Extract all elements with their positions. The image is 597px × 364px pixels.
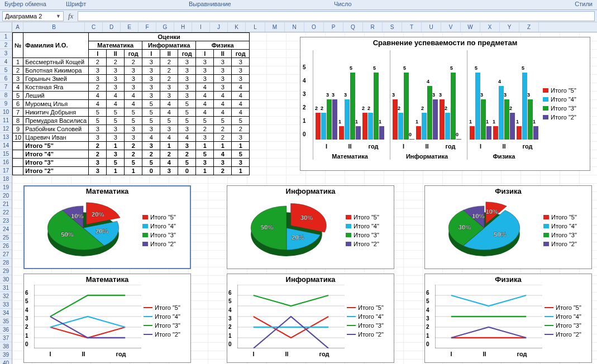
ribbon-group-number[interactable]: Число xyxy=(329,0,475,9)
col-header-P[interactable]: P xyxy=(324,22,343,32)
row-header-22[interactable]: 22 xyxy=(0,208,12,217)
table-row[interactable]: 8Премудрая Василиса555555555 xyxy=(13,117,250,125)
chart-line-inf[interactable]: Информатика0123456IIIгодИтого "5"Итого "… xyxy=(227,274,394,363)
row-header-12[interactable]: 12 xyxy=(0,124,12,133)
worksheet[interactable]: 1234567891011121314151617181920212223242… xyxy=(0,22,597,364)
col-header-D[interactable]: D xyxy=(103,22,121,32)
chart-pie-phys[interactable]: Физика10%50%30%10%Итого "5"Итого "4"Итог… xyxy=(424,185,592,269)
col-header-L[interactable]: L xyxy=(246,22,265,32)
chart-pie-inf[interactable]: Информатика30%20%50%Итого "5"Итого "4"Ит… xyxy=(227,185,394,269)
table-row[interactable]: 5Леший444333444 xyxy=(13,92,250,100)
row-header-4[interactable]: 4 xyxy=(0,58,12,66)
row-header-10[interactable]: 10 xyxy=(0,108,12,116)
table-total-row[interactable]: Итого "2"311030121 xyxy=(13,167,250,175)
name-box[interactable]: Диаграмма 2 ▼ xyxy=(2,11,64,21)
ribbon-group-styles[interactable]: Стили xyxy=(475,0,597,9)
ribbon-group-clipboard[interactable]: Буфер обмена xyxy=(0,0,61,9)
table-row[interactable]: 2Болотная Кикимора333323333 xyxy=(13,66,250,75)
row-header-38[interactable]: 38 xyxy=(0,342,12,351)
row-header-15[interactable]: 15 xyxy=(0,150,12,158)
chart-line-phys[interactable]: Физика0123456IIIгодИтого "5"Итого "4"Ито… xyxy=(424,274,592,363)
name-box-dropdown-icon[interactable]: ▼ xyxy=(56,13,61,19)
row-header-7[interactable]: 7 xyxy=(0,83,12,91)
row-header-34[interactable]: 34 xyxy=(0,309,12,317)
row-header-32[interactable]: 32 xyxy=(0,292,12,300)
row-header-13[interactable]: 13 xyxy=(0,133,12,141)
col-header-G[interactable]: G xyxy=(156,22,174,32)
col-header-K[interactable]: K xyxy=(228,22,246,32)
col-header-H[interactable]: H xyxy=(174,22,192,32)
col-header-J[interactable]: J xyxy=(210,22,228,32)
row-header-5[interactable]: 5 xyxy=(0,66,12,74)
row-header-24[interactable]: 24 xyxy=(0,225,12,233)
col-header-Y[interactable]: Y xyxy=(500,22,519,32)
fx-icon[interactable]: fx xyxy=(67,12,74,21)
col-header-A[interactable]: A xyxy=(12,22,23,32)
col-header-F[interactable]: F xyxy=(138,22,156,32)
row-header-14[interactable]: 14 xyxy=(0,141,12,150)
row-header-36[interactable]: 36 xyxy=(0,325,12,334)
col-header-W[interactable]: W xyxy=(461,22,480,32)
col-header-S[interactable]: S xyxy=(383,22,402,32)
table-row[interactable]: 7Никитич Добрыня555545444 xyxy=(13,108,250,117)
chart-compare-bar[interactable]: Сравнение успеваемости по предметам01234… xyxy=(300,37,590,171)
row-header-27[interactable]: 27 xyxy=(0,250,12,258)
row-header-20[interactable]: 20 xyxy=(0,191,12,200)
table-row[interactable]: 3Горыныч Змей333323333 xyxy=(13,75,250,83)
col-header-M[interactable]: M xyxy=(265,22,285,32)
col-header-I[interactable]: I xyxy=(192,22,210,32)
row-header-39[interactable]: 39 xyxy=(0,351,12,359)
row-header-37[interactable]: 37 xyxy=(0,334,12,342)
formula-bar[interactable] xyxy=(78,11,595,21)
row-header-6[interactable]: 6 xyxy=(0,74,12,83)
select-all-corner[interactable] xyxy=(0,22,12,32)
col-header-U[interactable]: U xyxy=(422,22,441,32)
row-header-29[interactable]: 29 xyxy=(0,267,12,275)
ribbon-group-align[interactable]: Выравнивание xyxy=(184,0,329,9)
row-header-40[interactable]: 40 xyxy=(0,359,12,364)
row-header-17[interactable]: 17 xyxy=(0,166,12,175)
row-header-31[interactable]: 31 xyxy=(0,284,12,292)
table-row[interactable]: 6Муромец Илья444545444 xyxy=(13,100,250,108)
table-total-row[interactable]: Итого "3"355545333 xyxy=(13,159,250,167)
row-header-19[interactable]: 19 xyxy=(0,183,12,191)
column-headers[interactable]: ABCDEFGHIJKLMNOPQRSTUVWXYZ xyxy=(12,22,597,32)
row-header-9[interactable]: 9 xyxy=(0,99,12,108)
col-header-C[interactable]: C xyxy=(85,22,103,32)
row-header-28[interactable]: 28 xyxy=(0,258,12,267)
col-header-O[interactable]: O xyxy=(304,22,324,32)
row-header-11[interactable]: 11 xyxy=(0,116,12,124)
table-row[interactable]: 1Бессмертный Кощей222323333 xyxy=(13,58,250,66)
row-header-33[interactable]: 33 xyxy=(0,300,12,309)
row-headers[interactable]: 1234567891011121314151617181920212223242… xyxy=(0,22,12,364)
row-header-2[interactable]: 2 xyxy=(0,41,12,49)
col-header-Z[interactable]: Z xyxy=(519,22,539,32)
chart-pie-math[interactable]: Математика20%20%50%10%Итого "5"Итого "4"… xyxy=(23,185,191,269)
col-header-Q[interactable]: Q xyxy=(343,22,363,32)
col-header-B[interactable]: B xyxy=(23,22,85,32)
row-header-18[interactable]: 18 xyxy=(0,175,12,183)
table-total-row[interactable]: Итого "5"212313111 xyxy=(13,142,250,150)
row-header-3[interactable]: 3 xyxy=(0,49,12,58)
row-header-26[interactable]: 26 xyxy=(0,242,12,250)
col-header-T[interactable]: T xyxy=(402,22,422,32)
col-header-R[interactable]: R xyxy=(363,22,383,32)
row-header-23[interactable]: 23 xyxy=(0,217,12,225)
row-header-16[interactable]: 16 xyxy=(0,158,12,166)
table-row[interactable]: 9Разбойник Соловей333333222 xyxy=(13,125,250,133)
row-header-25[interactable]: 25 xyxy=(0,233,12,242)
col-header-V[interactable]: V xyxy=(441,22,461,32)
row-header-21[interactable]: 21 xyxy=(0,200,12,208)
table-row[interactable]: 10Царевич Иван333444323 xyxy=(13,133,250,142)
col-header-X[interactable]: X xyxy=(480,22,500,32)
col-header-E[interactable]: E xyxy=(121,22,138,32)
col-header-N[interactable]: N xyxy=(285,22,304,32)
table-total-row[interactable]: Итого "4"232222545 xyxy=(13,150,250,159)
ribbon-group-font[interactable]: Шрифт xyxy=(61,0,184,9)
row-header-35[interactable]: 35 xyxy=(0,317,12,325)
chart-line-math[interactable]: Математика0123456IIIгодИтого "5"Итого "4… xyxy=(23,274,191,363)
table-row[interactable]: 4Костяная Яга233333434 xyxy=(13,83,250,92)
row-header-1[interactable]: 1 xyxy=(0,32,12,41)
row-header-30[interactable]: 30 xyxy=(0,275,12,284)
row-header-8[interactable]: 8 xyxy=(0,91,12,99)
